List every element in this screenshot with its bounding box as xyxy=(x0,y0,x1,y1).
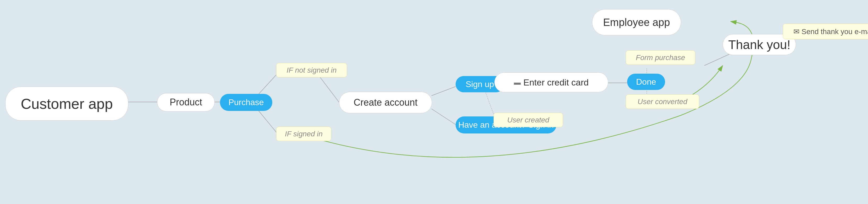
arrows-svg xyxy=(0,0,868,204)
customer-app-node: Customer app xyxy=(5,87,128,121)
product-label: Product xyxy=(170,97,202,108)
done-label: Done xyxy=(636,77,656,87)
product-node: Product xyxy=(157,93,215,111)
create-account-label: Create account xyxy=(353,97,417,108)
if-not-signed-in-label: IF not signed in xyxy=(287,66,337,75)
form-purchase-node: Form purchase xyxy=(626,50,695,65)
user-created-label: User created xyxy=(507,116,549,124)
send-email-node: ✉ Send thank you e-mail xyxy=(783,24,868,39)
purchase-label: Purchase xyxy=(228,97,264,107)
enter-credit-card-label: Enter credit card xyxy=(523,77,589,88)
user-converted-node: User converted xyxy=(626,94,699,109)
if-not-signed-in-node: IF not signed in xyxy=(276,63,347,77)
thank-you-label: Thank you! xyxy=(728,37,790,52)
purchase-node: Purchase xyxy=(220,94,272,111)
if-signed-in-label: IF signed in xyxy=(285,130,322,138)
svg-line-14 xyxy=(704,53,733,65)
create-account-node: Create account xyxy=(339,92,432,113)
user-converted-label: User converted xyxy=(638,97,687,106)
sign-up-label: Sign up xyxy=(466,80,494,89)
employee-app-label: Employee app xyxy=(603,17,670,28)
user-created-node: User created xyxy=(494,113,563,127)
employee-app-node: Employee app xyxy=(592,9,681,35)
svg-line-9 xyxy=(485,89,494,114)
enter-credit-card-node: ▬ Enter credit card xyxy=(494,72,608,92)
form-purchase-label: Form purchase xyxy=(636,54,685,62)
customer-app-label: Customer app xyxy=(21,95,113,112)
svg-line-8 xyxy=(432,109,456,124)
if-signed-in-node: IF signed in xyxy=(276,127,331,141)
svg-line-7 xyxy=(432,87,456,96)
send-email-label: ✉ Send thank you e-mail xyxy=(794,27,868,36)
diagram: Customer app Product Purchase IF not sig… xyxy=(0,0,868,204)
done-node: Done xyxy=(627,74,665,90)
